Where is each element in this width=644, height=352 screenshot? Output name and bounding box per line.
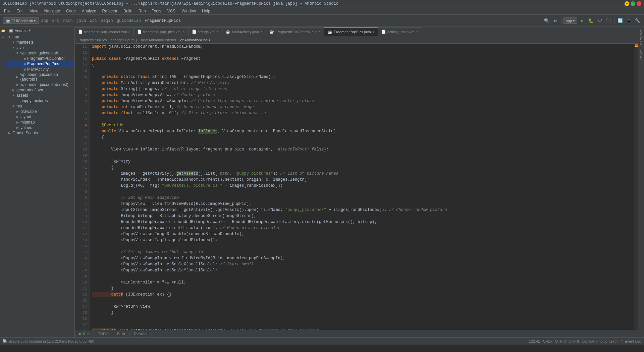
code-line[interactable]: "kw">try bbox=[92, 159, 634, 165]
code-line[interactable]: RoundedBitmapDrawable roundedBitmapDrawa… bbox=[92, 219, 634, 225]
bc-file[interactable]: FragmentPupPics bbox=[145, 18, 181, 23]
code-line[interactable]: InputStream imageStream = getActivity().… bbox=[92, 207, 634, 213]
code-line[interactable]: private String[] images; // List of imag… bbox=[92, 86, 634, 92]
menu-item-refactor[interactable]: Refactor bbox=[100, 8, 120, 14]
minimize-button[interactable]: − bbox=[625, 1, 629, 6]
tree-item-MainActivity[interactable]: ◆MainActivity bbox=[6, 67, 74, 72]
settings-icon[interactable]: ⚙ bbox=[552, 17, 559, 25]
breadcrumb-onanimationend[interactable]: onAnimationEnd() bbox=[180, 38, 210, 42]
tree-item-layout[interactable]: ▶layout bbox=[6, 114, 74, 120]
stop-button[interactable]: ⬛ bbox=[605, 17, 612, 25]
code-line[interactable]: private float smallScale = .01f; // Size… bbox=[92, 110, 634, 116]
bc-main[interactable]: main bbox=[63, 18, 73, 23]
tree-item-drawable[interactable]: ▶drawable bbox=[6, 109, 74, 114]
code-line[interactable]: mPuppyViewSwoopIn.setScaleY(smallScale); bbox=[92, 267, 634, 273]
maximize-button[interactable]: □ bbox=[631, 1, 635, 6]
project-icon[interactable]: 📁 bbox=[0, 28, 6, 34]
code-line[interactable] bbox=[92, 298, 634, 304]
code-line[interactable]: import java.util.concurrent.ThreadLocalR… bbox=[92, 44, 634, 50]
avd-button[interactable]: 📱 bbox=[625, 17, 633, 25]
run-coverage-button[interactable]: 🛡 bbox=[596, 17, 603, 25]
code-line[interactable]: "kw">return view; bbox=[92, 304, 634, 310]
device-file-explorer-tab[interactable]: Device File Explorer bbox=[639, 28, 644, 61]
tab-close-button[interactable]: × bbox=[372, 30, 374, 34]
close-button[interactable]: ✕ bbox=[637, 1, 641, 6]
tree-item-wpi-aeqin-guicodelab-(test)[interactable]: ▶wpi.aeqin.guicodelab (test) bbox=[6, 82, 74, 87]
code-line[interactable]: public class FragmentPupPics extends Fra… bbox=[92, 56, 634, 62]
tab-fragment_pup_control-xml[interactable]: 📄fragment_pup_control.xml× bbox=[75, 27, 134, 36]
breadcrumb-fragmentpuppics[interactable]: FragmentPupPics bbox=[77, 38, 107, 42]
code-line[interactable]: private int randPicIndex = -1; // Used t… bbox=[92, 104, 634, 110]
code-line[interactable] bbox=[92, 243, 634, 249]
build-button[interactable]: ▶ bbox=[579, 17, 586, 25]
tab-FragmentPupPics-java[interactable]: ☕FragmentPupPics.java× bbox=[324, 27, 378, 36]
tree-item-mipmap[interactable]: ▶mipmap bbox=[6, 120, 74, 125]
code-line[interactable]: Bitmap bitmap = BitmapFactory.decodeStre… bbox=[92, 213, 634, 219]
code-line[interactable]: @Override bbox=[92, 122, 634, 128]
sdk-button[interactable]: 🔧 bbox=[634, 17, 641, 25]
menu-item-navigate[interactable]: Navigate bbox=[42, 8, 63, 14]
bc-src[interactable]: src bbox=[52, 18, 59, 23]
code-line[interactable]: private MainActivity mainController; // … bbox=[92, 80, 634, 86]
code-line[interactable]: catch (IOException ex) {} bbox=[92, 292, 634, 298]
run-tab[interactable]: ▶ Run bbox=[75, 331, 94, 337]
breadcrumb-animatorlistener[interactable]: new AnimatorListener bbox=[141, 38, 176, 42]
code-line[interactable]: mPuppyViewSwoopIn = view.findViewById(R.… bbox=[92, 255, 634, 261]
menu-item-code[interactable]: Code bbox=[63, 8, 78, 14]
code-line[interactable]: // Set up main imageview bbox=[92, 195, 634, 201]
code-line[interactable]: images = getActivity().getAssets().list(… bbox=[92, 171, 634, 177]
code-line[interactable]: } bbox=[92, 285, 634, 292]
tab-close-button[interactable]: × bbox=[417, 30, 419, 34]
menu-item-tools[interactable]: Tools bbox=[149, 8, 164, 14]
code-line[interactable]: mainController = "kw">null; bbox=[92, 279, 634, 285]
search-everywhere-icon[interactable]: 🔍 bbox=[543, 17, 550, 25]
code-line[interactable]: private ImageView mPuppyViewSwoopIn; // … bbox=[92, 98, 634, 104]
tree-item-FragmentPupPics[interactable]: ◆FragmentPupPics bbox=[6, 61, 74, 67]
tab-MainActivity-java[interactable]: ☕MainActivity.java× bbox=[222, 27, 266, 36]
build-tab[interactable]: Build bbox=[113, 331, 129, 337]
menu-item-vcs[interactable]: VCS bbox=[165, 8, 178, 14]
bc-java[interactable]: java bbox=[76, 18, 86, 23]
code-line[interactable]: { bbox=[92, 165, 634, 171]
code-line[interactable]: { bbox=[92, 62, 634, 68]
sync-button[interactable]: 🔄 bbox=[616, 17, 624, 25]
favorites-icon[interactable]: ☆ bbox=[0, 42, 6, 47]
code-line[interactable] bbox=[92, 140, 634, 146]
menu-item-window[interactable]: Window bbox=[179, 8, 199, 14]
debug-button[interactable]: 🐛 bbox=[587, 17, 595, 25]
code-line[interactable]: mPuppyView = view.findViewById(R.id.imag… bbox=[92, 201, 634, 207]
tree-item-puppy_pictures[interactable]: puppy_pictures bbox=[6, 98, 74, 103]
code-line[interactable]: public View onCreateView(LayoutInflater … bbox=[92, 128, 634, 134]
tab-fragment_pup_pics-xml[interactable]: 📄fragment_pup_pics.xml× bbox=[134, 27, 189, 36]
bc-wpi[interactable]: wpi bbox=[90, 18, 97, 23]
breadcrumb-changepuppic[interactable]: changePupPic() bbox=[111, 38, 137, 42]
tree-item-app[interactable]: ▼app bbox=[6, 34, 74, 40]
menu-item-run[interactable]: Run bbox=[136, 8, 149, 14]
code-line[interactable]: // Set up imageview that swoops in bbox=[92, 249, 634, 255]
tree-item-values[interactable]: ▶values bbox=[6, 125, 74, 130]
code-line[interactable]: Log.d(TAG, msg: "OnCreate(), picture is … bbox=[92, 183, 634, 189]
tree-item-res[interactable]: ▼res bbox=[6, 103, 74, 109]
code-line[interactable]: private static final String TAG = Fragme… bbox=[92, 74, 634, 80]
bc-guicodelab[interactable]: guicodelab bbox=[117, 18, 141, 23]
encoding[interactable]: UTF-8 bbox=[555, 339, 566, 343]
menu-item-analyze[interactable]: Analyze bbox=[79, 8, 99, 14]
tab-activity_main-xml[interactable]: 📄activity_main.xml× bbox=[378, 27, 423, 36]
bc-aeqin[interactable]: aeqin bbox=[101, 18, 113, 23]
code-line[interactable]: mPuppyViewSwoopIn.setScaleX(smallScale);… bbox=[92, 261, 634, 267]
tree-item-java[interactable]: ▼java bbox=[6, 45, 74, 50]
project-header-dropdown[interactable]: ▾ bbox=[29, 28, 31, 33]
terminal-tab[interactable]: Terminal bbox=[129, 331, 152, 337]
menu-item-view[interactable]: View bbox=[27, 8, 41, 14]
code-line[interactable]: randPicIndex = ThreadLocalRandom.current… bbox=[92, 177, 634, 183]
structure-icon[interactable]: ≡ bbox=[0, 35, 6, 40]
tree-item-manifests[interactable]: ▼manifests bbox=[6, 40, 74, 45]
menu-item-edit[interactable]: Edit bbox=[14, 8, 26, 14]
tab-close-button[interactable]: × bbox=[260, 30, 262, 34]
project-dropdown[interactable]: 🤖 GUICodeLab ▾ bbox=[3, 17, 39, 24]
bc-app[interactable]: app bbox=[41, 18, 48, 23]
code-line[interactable] bbox=[92, 152, 634, 159]
menu-item-help[interactable]: Help bbox=[199, 8, 213, 14]
code-line[interactable]: private ImageView mPuppyView; // Center … bbox=[92, 92, 634, 98]
tree-item-FragmentPupControl[interactable]: ◆FragmentPupControl bbox=[6, 56, 74, 61]
